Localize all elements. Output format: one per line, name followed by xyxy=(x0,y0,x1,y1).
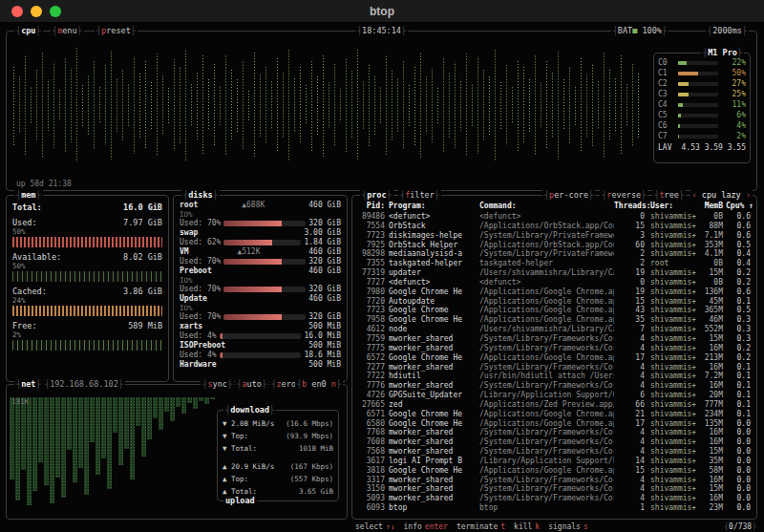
close-button[interactable] xyxy=(11,6,23,17)
cpu-graph-column xyxy=(212,63,217,146)
net-sync-button[interactable]: sync xyxy=(201,379,234,390)
net-auto-button[interactable]: auto xyxy=(235,379,268,390)
process-row[interactable]: 7720Autoupdate/Applications/Google Chrom… xyxy=(352,297,756,307)
disk-size: 460 GiB xyxy=(308,247,341,257)
process-row[interactable]: 6093btopbtop1shivammis+23M0.0 xyxy=(352,503,756,513)
zoom-button[interactable] xyxy=(50,6,61,17)
cpu-graph-column xyxy=(579,57,584,152)
disk-used-label: Used: 4% xyxy=(180,331,217,341)
cpu-graph-column xyxy=(516,59,520,150)
process-row[interactable]: 7768mworker_shared/System/Library/Framew… xyxy=(352,428,756,437)
net-graph-column xyxy=(113,397,117,433)
core-row: C411% xyxy=(658,99,746,110)
proc-filter-button[interactable]: filter xyxy=(398,190,441,201)
process-row[interactable]: 7776mworker_shared/System/Library/Framew… xyxy=(352,381,756,391)
process-row[interactable]: 3617logi AI Prompt B/Library/Application… xyxy=(352,457,756,466)
footer-action[interactable]: killk xyxy=(514,522,540,531)
cpu-graph-column xyxy=(155,53,159,158)
process-row[interactable]: 7722hdiutil/usr/bin/hdiutil attach /User… xyxy=(352,372,756,381)
net-graph xyxy=(10,397,220,515)
core-percent: 25% xyxy=(721,89,746,99)
cpu-graph-column xyxy=(613,77,618,133)
core-meter-fill xyxy=(678,93,689,96)
cpu-graph-column xyxy=(80,83,85,128)
cpu-graph-column xyxy=(327,82,331,128)
proc-tree-toggle[interactable]: tree xyxy=(652,190,686,201)
disk-entry: ISOPreboot500 MiBUsed: 4%18.6 MiB xyxy=(180,341,341,360)
process-row[interactable]: 7723diskimages-helpe/System/Library/Priv… xyxy=(352,231,756,241)
footer: 0/738 select↑↓infoenterterminatetkillksi… xyxy=(355,521,756,532)
disk-used-fill xyxy=(220,333,223,339)
net-graph-column xyxy=(50,397,54,503)
process-row[interactable]: 7554OrbStack/Applications/OrbStack.app/C… xyxy=(352,222,756,231)
cpu-graph-column xyxy=(602,53,606,158)
process-row[interactable]: 6580Google Chrome He/Applications/Google… xyxy=(352,419,756,429)
cpu-graph-column xyxy=(430,68,435,142)
process-row[interactable]: 7727<defunct><defunct>0shivammis+0B0.2 xyxy=(352,278,756,287)
process-row[interactable]: 3818Google Chrome He/Applications/Google… xyxy=(352,466,756,476)
disk-size: 500 MiB xyxy=(308,322,341,331)
process-row[interactable]: 7355taskgated-helpertaskgated-helper2roo… xyxy=(352,259,756,268)
disk-name: Preboot xyxy=(180,266,212,276)
process-row[interactable]: 7958Google Chrome He/Applications/Google… xyxy=(352,315,756,325)
disk-used-meter xyxy=(223,221,306,226)
menu-button[interactable]: menu xyxy=(51,26,84,36)
mem-stat: Available:8.02 GiB50% xyxy=(12,252,162,282)
cpu-graph-column xyxy=(625,83,629,127)
process-row[interactable]: 7980Google Chrome He/Applications/Google… xyxy=(352,287,756,297)
cpu-graph-column xyxy=(355,50,360,160)
footer-action-key: ↑↓ xyxy=(386,522,395,531)
process-row[interactable]: 3150mworker_shared/System/Library/Framew… xyxy=(352,484,756,494)
disk-io-label: IO% xyxy=(180,210,341,219)
process-row[interactable]: 4612node/Users/shivammishra/Library/Cach… xyxy=(352,325,756,334)
core-percent: 50% xyxy=(721,68,746,78)
cpu-graph-column xyxy=(642,50,644,161)
process-row[interactable]: 3317mworker_shared/System/Library/Framew… xyxy=(352,476,756,485)
process-row[interactable]: 6571Google Chrome He/Applications/Google… xyxy=(352,410,756,419)
minimize-button[interactable] xyxy=(31,6,42,17)
disk-name: Update xyxy=(180,294,207,304)
process-row[interactable]: 7723Google Chrome/Applications/Google Ch… xyxy=(352,306,756,315)
proc-rows: 89486<defunct><defunct>0shivammis+0B0.67… xyxy=(352,212,756,513)
process-row[interactable]: 7277mworker_shared/System/Library/Framew… xyxy=(352,363,756,372)
process-row[interactable]: 4726GPGSuite_Updater/Library/Application… xyxy=(352,391,756,400)
process-row[interactable]: 27665zed/Applications/Zed Preview.app/Co… xyxy=(352,400,756,410)
refresh-rate-control[interactable]: 2000ms xyxy=(706,26,749,36)
mem-box-title: mem xyxy=(14,190,43,201)
cpu-graph-column xyxy=(584,74,589,137)
net-graph-column xyxy=(32,397,37,491)
footer-action[interactable]: select↑↓ xyxy=(355,522,395,531)
cpu-graph-column xyxy=(23,55,28,156)
footer-action[interactable]: terminatet xyxy=(456,522,505,531)
cpu-graph-column xyxy=(57,89,62,121)
mem-stat: Used:7.97 GiB50% xyxy=(12,218,162,247)
process-row[interactable]: 6572Google Chrome He/Applications/Google… xyxy=(352,353,756,363)
footer-action-key: t xyxy=(500,522,505,531)
cpu-graph-column xyxy=(218,85,223,125)
process-row[interactable]: 7608mworker_shared/System/Library/Framew… xyxy=(352,437,756,447)
preset-button[interactable]: preset xyxy=(95,26,138,36)
disk-used-fill xyxy=(220,352,223,358)
proc-per-core-toggle[interactable]: per-core xyxy=(542,190,595,201)
proc-reverse-toggle[interactable]: reverse xyxy=(600,190,647,201)
process-row[interactable]: 7759mworker_shared/System/Library/Framew… xyxy=(352,334,756,344)
col-memb: MemB xyxy=(700,200,726,212)
process-row[interactable]: 98298mediaanalysisd-a/System/Library/Pri… xyxy=(352,249,756,259)
net-download-line: ▼ 2.08 MiB/s(16.6 Mbps) xyxy=(223,417,333,430)
cpu-graph-column xyxy=(510,87,515,123)
footer-action[interactable]: infoenter xyxy=(404,522,448,531)
mem-graph xyxy=(12,237,162,247)
proc-sort-control[interactable]: ‹ cpu lazy › xyxy=(690,190,753,201)
net-graph-column xyxy=(21,397,26,470)
process-row[interactable]: 77319updater/Users/shivammishra/Library/… xyxy=(352,268,756,278)
footer-action[interactable]: signalss xyxy=(548,522,588,531)
process-row[interactable]: 7568mworker_shared/System/Library/Framew… xyxy=(352,447,756,457)
process-row[interactable]: 7775mworker_shared/System/Library/Framew… xyxy=(352,344,756,353)
disk-used-meter xyxy=(223,287,306,292)
process-row[interactable]: 5093mworker_shared/System/Library/Framew… xyxy=(352,494,756,503)
net-interface-switcher[interactable]: b en0 n xyxy=(295,379,343,390)
proc-box: proc filter per-core reverse tree ‹ cpu … xyxy=(351,195,757,520)
disk-name-line: Update460 GiB xyxy=(180,294,341,304)
process-row[interactable]: 7925OrbStack Helper/Applications/OrbStac… xyxy=(352,241,756,250)
process-row[interactable]: 89486<defunct><defunct>0shivammis+0B0.6 xyxy=(352,212,756,222)
